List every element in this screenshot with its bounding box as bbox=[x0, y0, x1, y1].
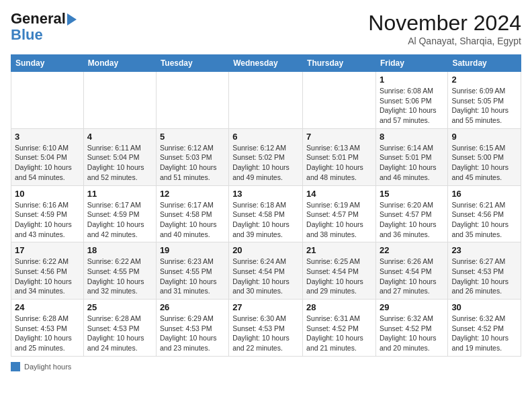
day-number: 23 bbox=[451, 245, 517, 255]
day-header-thursday: Thursday bbox=[303, 55, 376, 72]
calendar-cell bbox=[156, 72, 228, 129]
day-number: 2 bbox=[451, 75, 517, 85]
location-subtitle: Al Qanayat, Sharqia, Egypt bbox=[368, 36, 521, 46]
day-number: 25 bbox=[87, 302, 152, 312]
calendar-cell bbox=[303, 72, 376, 129]
day-info: Sunrise: 6:28 AM Sunset: 4:53 PM Dayligh… bbox=[15, 314, 80, 353]
calendar-cell: 6Sunrise: 6:12 AM Sunset: 5:02 PM Daylig… bbox=[229, 128, 303, 185]
day-info: Sunrise: 6:19 AM Sunset: 4:57 PM Dayligh… bbox=[306, 200, 372, 240]
day-info: Sunrise: 6:20 AM Sunset: 4:57 PM Dayligh… bbox=[380, 200, 444, 240]
day-number: 11 bbox=[87, 189, 152, 199]
day-number: 4 bbox=[87, 132, 152, 142]
title-area: November 2024 Al Qanayat, Sharqia, Egypt bbox=[368, 11, 521, 46]
day-number: 8 bbox=[380, 132, 444, 142]
day-info: Sunrise: 6:18 AM Sunset: 4:58 PM Dayligh… bbox=[232, 200, 299, 240]
calendar-cell: 27Sunrise: 6:30 AM Sunset: 4:53 PM Dayli… bbox=[229, 300, 303, 357]
calendar-cell: 13Sunrise: 6:18 AM Sunset: 4:58 PM Dayli… bbox=[229, 185, 303, 242]
day-info: Sunrise: 6:12 AM Sunset: 5:02 PM Dayligh… bbox=[232, 143, 299, 183]
day-number: 3 bbox=[15, 132, 80, 142]
calendar-cell: 29Sunrise: 6:32 AM Sunset: 4:52 PM Dayli… bbox=[375, 300, 447, 357]
day-info: Sunrise: 6:30 AM Sunset: 4:53 PM Dayligh… bbox=[232, 314, 299, 353]
calendar-cell: 24Sunrise: 6:28 AM Sunset: 4:53 PM Dayli… bbox=[11, 300, 84, 357]
day-number: 27 bbox=[232, 302, 299, 312]
day-number: 14 bbox=[306, 189, 372, 199]
day-number: 30 bbox=[451, 302, 517, 312]
calendar-cell: 5Sunrise: 6:12 AM Sunset: 5:03 PM Daylig… bbox=[156, 128, 228, 185]
calendar-cell: 11Sunrise: 6:17 AM Sunset: 4:59 PM Dayli… bbox=[83, 185, 156, 242]
day-info: Sunrise: 6:14 AM Sunset: 5:01 PM Dayligh… bbox=[380, 143, 444, 183]
calendar-cell bbox=[229, 72, 303, 129]
day-info: Sunrise: 6:22 AM Sunset: 4:55 PM Dayligh… bbox=[87, 257, 152, 296]
footer: Daylight hours bbox=[11, 362, 521, 371]
day-number: 17 bbox=[15, 245, 80, 255]
calendar-cell: 28Sunrise: 6:31 AM Sunset: 4:52 PM Dayli… bbox=[303, 300, 376, 357]
logo: General Blue bbox=[11, 11, 77, 43]
logo-text: General bbox=[11, 11, 77, 27]
day-info: Sunrise: 6:08 AM Sunset: 5:06 PM Dayligh… bbox=[380, 86, 444, 126]
day-info: Sunrise: 6:22 AM Sunset: 4:56 PM Dayligh… bbox=[15, 257, 80, 296]
day-number: 20 bbox=[232, 245, 299, 255]
day-number: 5 bbox=[160, 132, 225, 142]
footer-label: Daylight hours bbox=[24, 363, 71, 371]
day-number: 9 bbox=[451, 132, 517, 142]
day-info: Sunrise: 6:21 AM Sunset: 4:56 PM Dayligh… bbox=[451, 200, 517, 240]
day-number: 18 bbox=[87, 245, 152, 255]
day-number: 29 bbox=[380, 302, 444, 312]
day-header-friday: Friday bbox=[375, 55, 447, 72]
calendar-cell: 4Sunrise: 6:11 AM Sunset: 5:04 PM Daylig… bbox=[83, 128, 156, 185]
day-number: 1 bbox=[380, 75, 444, 85]
calendar-table: SundayMondayTuesdayWednesdayThursdayFrid… bbox=[11, 54, 521, 357]
calendar-cell: 17Sunrise: 6:22 AM Sunset: 4:56 PM Dayli… bbox=[11, 242, 84, 300]
day-header-tuesday: Tuesday bbox=[156, 55, 228, 72]
day-number: 22 bbox=[380, 245, 444, 255]
day-number: 13 bbox=[232, 189, 299, 199]
calendar-cell: 15Sunrise: 6:20 AM Sunset: 4:57 PM Dayli… bbox=[375, 185, 447, 242]
calendar-cell: 21Sunrise: 6:25 AM Sunset: 4:54 PM Dayli… bbox=[303, 242, 376, 300]
calendar-cell: 3Sunrise: 6:10 AM Sunset: 5:04 PM Daylig… bbox=[11, 128, 84, 185]
day-info: Sunrise: 6:28 AM Sunset: 4:53 PM Dayligh… bbox=[87, 314, 152, 353]
day-info: Sunrise: 6:09 AM Sunset: 5:05 PM Dayligh… bbox=[451, 86, 517, 126]
day-info: Sunrise: 6:23 AM Sunset: 4:55 PM Dayligh… bbox=[160, 257, 225, 296]
calendar-cell: 12Sunrise: 6:17 AM Sunset: 4:58 PM Dayli… bbox=[156, 185, 228, 242]
calendar-cell: 16Sunrise: 6:21 AM Sunset: 4:56 PM Dayli… bbox=[448, 185, 521, 242]
day-info: Sunrise: 6:32 AM Sunset: 4:52 PM Dayligh… bbox=[380, 314, 444, 353]
calendar-cell: 20Sunrise: 6:24 AM Sunset: 4:54 PM Dayli… bbox=[229, 242, 303, 300]
day-number: 12 bbox=[160, 189, 225, 199]
day-info: Sunrise: 6:32 AM Sunset: 4:52 PM Dayligh… bbox=[451, 314, 517, 353]
calendar-cell: 1Sunrise: 6:08 AM Sunset: 5:06 PM Daylig… bbox=[375, 72, 447, 129]
logo-text2: Blue bbox=[11, 27, 43, 43]
calendar-cell: 9Sunrise: 6:15 AM Sunset: 5:00 PM Daylig… bbox=[448, 128, 521, 185]
day-info: Sunrise: 6:15 AM Sunset: 5:00 PM Dayligh… bbox=[451, 143, 517, 183]
day-info: Sunrise: 6:10 AM Sunset: 5:04 PM Dayligh… bbox=[15, 143, 80, 183]
day-info: Sunrise: 6:11 AM Sunset: 5:04 PM Dayligh… bbox=[87, 143, 152, 183]
day-info: Sunrise: 6:16 AM Sunset: 4:59 PM Dayligh… bbox=[15, 200, 80, 240]
day-info: Sunrise: 6:25 AM Sunset: 4:54 PM Dayligh… bbox=[306, 257, 372, 296]
day-info: Sunrise: 6:13 AM Sunset: 5:01 PM Dayligh… bbox=[306, 143, 372, 183]
day-info: Sunrise: 6:12 AM Sunset: 5:03 PM Dayligh… bbox=[160, 143, 225, 183]
calendar-cell: 30Sunrise: 6:32 AM Sunset: 4:52 PM Dayli… bbox=[448, 300, 521, 357]
day-header-wednesday: Wednesday bbox=[229, 55, 303, 72]
calendar-cell: 26Sunrise: 6:29 AM Sunset: 4:53 PM Dayli… bbox=[156, 300, 228, 357]
footer-box-icon bbox=[11, 362, 20, 371]
day-info: Sunrise: 6:17 AM Sunset: 4:59 PM Dayligh… bbox=[87, 200, 152, 240]
calendar-cell bbox=[11, 72, 84, 129]
day-number: 6 bbox=[232, 132, 299, 142]
calendar-cell: 23Sunrise: 6:27 AM Sunset: 4:53 PM Dayli… bbox=[448, 242, 521, 300]
calendar-cell: 10Sunrise: 6:16 AM Sunset: 4:59 PM Dayli… bbox=[11, 185, 84, 242]
day-number: 7 bbox=[306, 132, 372, 142]
calendar-cell: 19Sunrise: 6:23 AM Sunset: 4:55 PM Dayli… bbox=[156, 242, 228, 300]
calendar-cell bbox=[83, 72, 156, 129]
day-info: Sunrise: 6:29 AM Sunset: 4:53 PM Dayligh… bbox=[160, 314, 225, 353]
calendar-cell: 14Sunrise: 6:19 AM Sunset: 4:57 PM Dayli… bbox=[303, 185, 376, 242]
day-info: Sunrise: 6:24 AM Sunset: 4:54 PM Dayligh… bbox=[232, 257, 299, 296]
calendar-cell: 25Sunrise: 6:28 AM Sunset: 4:53 PM Dayli… bbox=[83, 300, 156, 357]
calendar-cell: 18Sunrise: 6:22 AM Sunset: 4:55 PM Dayli… bbox=[83, 242, 156, 300]
calendar-cell: 7Sunrise: 6:13 AM Sunset: 5:01 PM Daylig… bbox=[303, 128, 376, 185]
month-title: November 2024 bbox=[368, 11, 521, 36]
header: General Blue November 2024 Al Qanayat, S… bbox=[11, 11, 521, 46]
day-info: Sunrise: 6:27 AM Sunset: 4:53 PM Dayligh… bbox=[451, 257, 517, 296]
day-info: Sunrise: 6:26 AM Sunset: 4:54 PM Dayligh… bbox=[380, 257, 444, 296]
day-number: 16 bbox=[451, 189, 517, 199]
calendar-cell: 22Sunrise: 6:26 AM Sunset: 4:54 PM Dayli… bbox=[375, 242, 447, 300]
calendar-cell: 2Sunrise: 6:09 AM Sunset: 5:05 PM Daylig… bbox=[448, 72, 521, 129]
